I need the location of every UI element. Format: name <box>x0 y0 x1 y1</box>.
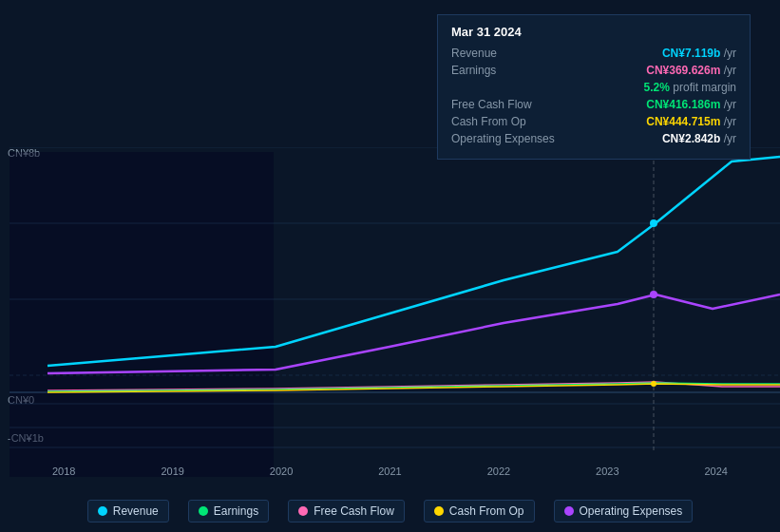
chart-svg <box>0 147 780 451</box>
legend-cashop[interactable]: Cash From Op <box>424 500 535 522</box>
x-label-2019: 2019 <box>161 466 183 477</box>
legend-dot-opex <box>564 506 574 516</box>
svg-point-10 <box>650 291 657 298</box>
tooltip-earnings-row: Earnings CN¥369.626m /yr <box>451 64 736 77</box>
legend-label-earnings: Earnings <box>214 504 258 518</box>
legend-fcf[interactable]: Free Cash Flow <box>288 500 405 522</box>
tooltip-earnings-label: Earnings <box>451 64 565 77</box>
legend-label-fcf: Free Cash Flow <box>314 504 394 518</box>
legend-dot-cashop <box>434 506 444 516</box>
tooltip-earnings-value: CN¥369.626m /yr <box>646 64 736 77</box>
legend-label-revenue: Revenue <box>113 504 159 518</box>
tooltip-revenue-label: Revenue <box>451 47 565 60</box>
x-label-2018: 2018 <box>52 466 75 477</box>
legend-revenue[interactable]: Revenue <box>87 500 169 522</box>
tooltip-margin-value: 5.2% profit margin <box>644 81 736 94</box>
tooltip-cashop-value: CN¥444.715m /yr <box>646 115 736 128</box>
tooltip-cashop-row: Cash From Op CN¥444.715m /yr <box>451 115 736 128</box>
legend-dot-revenue <box>98 506 107 516</box>
x-label-2023: 2023 <box>596 466 618 477</box>
tooltip-fcf-value: CN¥416.186m /yr <box>646 98 736 111</box>
tooltip-opex-value: CN¥2.842b /yr <box>662 132 736 145</box>
tooltip-opex-label: Operating Expenses <box>451 132 565 145</box>
tooltip-cashop-label: Cash From Op <box>451 115 565 128</box>
tooltip-box: Mar 31 2024 Revenue CN¥7.119b /yr Earnin… <box>437 14 751 160</box>
legend-opex[interactable]: Operating Expenses <box>554 500 694 522</box>
x-label-2021: 2021 <box>378 466 401 477</box>
tooltip-opex-row: Operating Expenses CN¥2.842b /yr <box>451 132 736 145</box>
x-label-2020: 2020 <box>270 466 293 477</box>
legend-dot-fcf <box>298 506 308 516</box>
svg-point-9 <box>650 219 657 227</box>
tooltip-revenue-value: CN¥7.119b /yr <box>662 47 736 60</box>
x-label-2024: 2024 <box>705 466 728 477</box>
tooltip-fcf-label: Free Cash Flow <box>451 98 565 111</box>
tooltip-revenue-row: Revenue CN¥7.119b /yr <box>451 47 736 60</box>
chart-legend: Revenue Earnings Free Cash Flow Cash Fro… <box>0 500 780 522</box>
legend-earnings[interactable]: Earnings <box>188 500 269 522</box>
svg-point-11 <box>651 381 656 387</box>
legend-dot-earnings <box>199 506 208 516</box>
legend-label-opex: Operating Expenses <box>580 504 683 518</box>
chart-container: Mar 31 2024 Revenue CN¥7.119b /yr Earnin… <box>0 0 780 532</box>
legend-label-cashop: Cash From Op <box>449 504 524 518</box>
tooltip-date: Mar 31 2024 <box>451 25 736 39</box>
tooltip-margin-row: 5.2% profit margin <box>451 81 736 94</box>
tooltip-fcf-row: Free Cash Flow CN¥416.186m /yr <box>451 98 736 111</box>
x-label-2022: 2022 <box>487 466 510 477</box>
x-axis-labels: 2018 2019 2020 2021 2022 2023 2024 <box>0 466 780 477</box>
